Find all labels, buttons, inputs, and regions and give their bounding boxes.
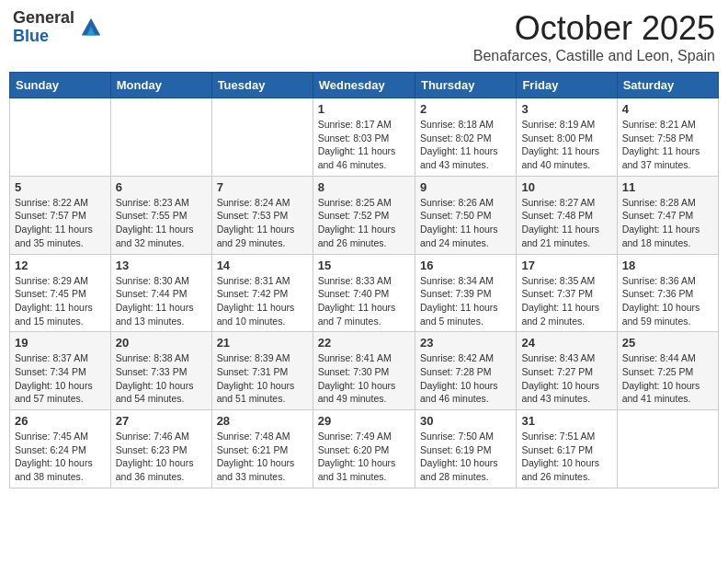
- calendar-cell: 7Sunrise: 8:24 AM Sunset: 7:53 PM Daylig…: [211, 176, 313, 254]
- calendar-cell: 26Sunrise: 7:45 AM Sunset: 6:24 PM Dayli…: [10, 410, 111, 488]
- calendar-cell: 21Sunrise: 8:39 AM Sunset: 7:31 PM Dayli…: [211, 332, 313, 410]
- day-number: 31: [521, 414, 611, 428]
- calendar-cell: 4Sunrise: 8:21 AM Sunset: 7:58 PM Daylig…: [617, 98, 718, 177]
- day-info: Sunrise: 7:49 AM Sunset: 6:20 PM Dayligh…: [318, 430, 410, 484]
- page-header: General Blue October 2025 Benafarces, Ca…: [9, 9, 719, 64]
- day-info: Sunrise: 8:29 AM Sunset: 7:45 PM Dayligh…: [15, 274, 106, 328]
- day-number: 7: [217, 180, 308, 194]
- title-block: October 2025 Benafarces, Castille and Le…: [473, 9, 715, 64]
- day-info: Sunrise: 8:35 AM Sunset: 7:37 PM Dayligh…: [521, 274, 611, 328]
- day-number: 17: [521, 259, 611, 272]
- day-info: Sunrise: 8:41 AM Sunset: 7:30 PM Dayligh…: [318, 351, 410, 406]
- column-header-thursday: Thursday: [415, 73, 516, 98]
- calendar-cell: 8Sunrise: 8:25 AM Sunset: 7:52 PM Daylig…: [313, 176, 415, 254]
- column-header-tuesday: Tuesday: [211, 73, 313, 98]
- calendar-cell: 11Sunrise: 8:28 AM Sunset: 7:47 PM Dayli…: [617, 176, 718, 254]
- logo: General Blue: [13, 9, 104, 46]
- calendar-cell: 30Sunrise: 7:50 AM Sunset: 6:19 PM Dayli…: [415, 410, 516, 488]
- calendar-cell: 10Sunrise: 8:27 AM Sunset: 7:48 PM Dayli…: [517, 176, 617, 254]
- day-info: Sunrise: 8:24 AM Sunset: 7:53 PM Dayligh…: [217, 196, 308, 250]
- day-number: 18: [622, 259, 713, 272]
- calendar-cell: 23Sunrise: 8:42 AM Sunset: 7:28 PM Dayli…: [415, 332, 516, 410]
- day-number: 21: [217, 336, 308, 350]
- day-number: 23: [420, 336, 511, 350]
- day-info: Sunrise: 8:18 AM Sunset: 8:02 PM Dayligh…: [420, 118, 511, 172]
- calendar-cell: 22Sunrise: 8:41 AM Sunset: 7:30 PM Dayli…: [313, 332, 415, 410]
- day-number: 13: [116, 259, 207, 272]
- day-info: Sunrise: 8:22 AM Sunset: 7:57 PM Dayligh…: [15, 196, 106, 250]
- column-header-friday: Friday: [517, 73, 617, 98]
- day-number: 5: [15, 180, 106, 194]
- day-number: 1: [318, 102, 410, 116]
- day-number: 16: [420, 259, 511, 272]
- day-info: Sunrise: 8:23 AM Sunset: 7:55 PM Dayligh…: [116, 196, 207, 250]
- day-info: Sunrise: 8:27 AM Sunset: 7:48 PM Dayligh…: [521, 196, 611, 250]
- month-title: October 2025: [473, 9, 715, 48]
- calendar-cell: 12Sunrise: 8:29 AM Sunset: 7:45 PM Dayli…: [10, 254, 111, 332]
- day-info: Sunrise: 8:42 AM Sunset: 7:28 PM Dayligh…: [420, 351, 511, 406]
- day-info: Sunrise: 8:37 AM Sunset: 7:34 PM Dayligh…: [15, 351, 106, 406]
- calendar-cell: 14Sunrise: 8:31 AM Sunset: 7:42 PM Dayli…: [211, 254, 313, 332]
- day-info: Sunrise: 8:17 AM Sunset: 8:03 PM Dayligh…: [318, 118, 410, 172]
- day-info: Sunrise: 8:19 AM Sunset: 8:00 PM Dayligh…: [521, 118, 611, 172]
- calendar-cell: 18Sunrise: 8:36 AM Sunset: 7:36 PM Dayli…: [617, 254, 718, 332]
- day-info: Sunrise: 8:36 AM Sunset: 7:36 PM Dayligh…: [622, 274, 713, 328]
- day-info: Sunrise: 8:31 AM Sunset: 7:42 PM Dayligh…: [217, 274, 308, 328]
- calendar-header-row: SundayMondayTuesdayWednesdayThursdayFrid…: [10, 73, 719, 98]
- day-number: 29: [318, 414, 410, 428]
- day-number: 9: [420, 180, 511, 194]
- day-number: 26: [15, 414, 106, 428]
- day-number: 4: [622, 102, 713, 116]
- calendar-cell: 1Sunrise: 8:17 AM Sunset: 8:03 PM Daylig…: [313, 98, 415, 177]
- calendar-cell: 17Sunrise: 8:35 AM Sunset: 7:37 PM Dayli…: [517, 254, 617, 332]
- day-number: 10: [521, 180, 611, 194]
- column-header-sunday: Sunday: [10, 73, 111, 98]
- calendar-cell: 20Sunrise: 8:38 AM Sunset: 7:33 PM Dayli…: [110, 332, 211, 410]
- day-info: Sunrise: 7:51 AM Sunset: 6:17 PM Dayligh…: [521, 430, 611, 484]
- day-info: Sunrise: 7:46 AM Sunset: 6:23 PM Dayligh…: [116, 430, 207, 484]
- calendar-week-row: 5Sunrise: 8:22 AM Sunset: 7:57 PM Daylig…: [10, 176, 719, 254]
- day-info: Sunrise: 8:39 AM Sunset: 7:31 PM Dayligh…: [217, 351, 308, 406]
- calendar-week-row: 12Sunrise: 8:29 AM Sunset: 7:45 PM Dayli…: [10, 254, 719, 332]
- day-number: 8: [318, 180, 410, 194]
- logo-general-text: General: [13, 9, 74, 28]
- calendar-cell: 5Sunrise: 8:22 AM Sunset: 7:57 PM Daylig…: [10, 176, 111, 254]
- calendar-cell: 25Sunrise: 8:44 AM Sunset: 7:25 PM Dayli…: [617, 332, 718, 410]
- calendar-cell: 6Sunrise: 8:23 AM Sunset: 7:55 PM Daylig…: [110, 176, 211, 254]
- calendar-cell: 29Sunrise: 7:49 AM Sunset: 6:20 PM Dayli…: [313, 410, 415, 488]
- day-info: Sunrise: 8:33 AM Sunset: 7:40 PM Dayligh…: [318, 274, 410, 328]
- day-info: Sunrise: 8:26 AM Sunset: 7:50 PM Dayligh…: [420, 196, 511, 250]
- column-header-saturday: Saturday: [617, 73, 718, 98]
- day-info: Sunrise: 8:43 AM Sunset: 7:27 PM Dayligh…: [521, 351, 611, 406]
- day-info: Sunrise: 8:30 AM Sunset: 7:44 PM Dayligh…: [116, 274, 207, 328]
- calendar-cell: 15Sunrise: 8:33 AM Sunset: 7:40 PM Dayli…: [313, 254, 415, 332]
- day-number: 30: [420, 414, 511, 428]
- day-number: 14: [217, 259, 308, 272]
- calendar-cell: 13Sunrise: 8:30 AM Sunset: 7:44 PM Dayli…: [110, 254, 211, 332]
- day-number: 28: [217, 414, 308, 428]
- calendar-cell: 24Sunrise: 8:43 AM Sunset: 7:27 PM Dayli…: [517, 332, 617, 410]
- day-number: 24: [521, 336, 611, 350]
- day-info: Sunrise: 7:45 AM Sunset: 6:24 PM Dayligh…: [15, 430, 106, 484]
- location-title: Benafarces, Castille and Leon, Spain: [473, 48, 715, 64]
- calendar-week-row: 19Sunrise: 8:37 AM Sunset: 7:34 PM Dayli…: [10, 332, 719, 410]
- calendar-cell: 28Sunrise: 7:48 AM Sunset: 6:21 PM Dayli…: [211, 410, 313, 488]
- calendar-cell: 16Sunrise: 8:34 AM Sunset: 7:39 PM Dayli…: [415, 254, 516, 332]
- day-number: 15: [318, 259, 410, 272]
- calendar-cell: [110, 98, 211, 177]
- day-number: 22: [318, 336, 410, 350]
- calendar-week-row: 1Sunrise: 8:17 AM Sunset: 8:03 PM Daylig…: [10, 98, 719, 177]
- calendar-cell: [10, 98, 111, 177]
- day-number: 19: [15, 336, 106, 350]
- logo-blue-text: Blue: [13, 28, 74, 46]
- calendar-cell: 9Sunrise: 8:26 AM Sunset: 7:50 PM Daylig…: [415, 176, 516, 254]
- day-info: Sunrise: 8:44 AM Sunset: 7:25 PM Dayligh…: [622, 351, 713, 406]
- column-header-monday: Monday: [110, 73, 211, 98]
- day-number: 12: [15, 259, 106, 272]
- calendar-table: SundayMondayTuesdayWednesdayThursdayFrid…: [9, 72, 719, 488]
- day-number: 3: [521, 102, 611, 116]
- day-info: Sunrise: 8:38 AM Sunset: 7:33 PM Dayligh…: [116, 351, 207, 406]
- day-info: Sunrise: 7:48 AM Sunset: 6:21 PM Dayligh…: [217, 430, 308, 484]
- calendar-cell: 31Sunrise: 7:51 AM Sunset: 6:17 PM Dayli…: [517, 410, 617, 488]
- day-info: Sunrise: 8:28 AM Sunset: 7:47 PM Dayligh…: [622, 196, 713, 250]
